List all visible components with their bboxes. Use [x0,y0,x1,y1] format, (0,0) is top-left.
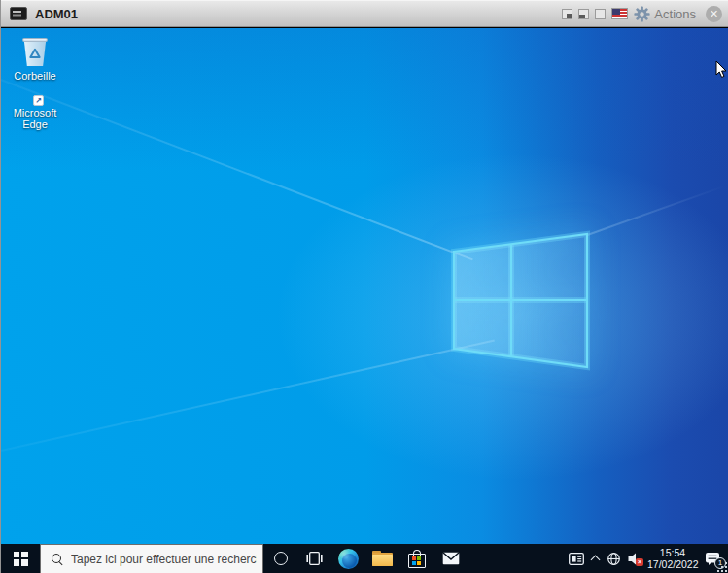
chevron-up-icon [591,555,600,563]
globe-network-icon [607,552,621,566]
actions-button[interactable]: Actions [634,6,696,22]
file-explorer-button[interactable] [365,544,399,573]
cortana-button[interactable] [263,544,297,573]
taskbar-buttons [263,544,468,573]
desktop-icon-label: Microsoft Edge [4,107,66,130]
light-beam [1,79,473,260]
edge-icon [338,549,359,569]
mouse-cursor [715,60,728,79]
microsoft-store-button[interactable] [399,544,433,573]
taskbar-search[interactable] [40,544,263,573]
desktop[interactable]: Corbeille ↗ Microsoft Edge [1,28,728,544]
scale-fit-window-icon[interactable] [578,9,589,19]
window-title: ADM01 [35,7,78,21]
vm-console-window: ADM01 Actions ✕ [0,0,728,573]
windows-logo-icon [14,552,28,566]
folder-icon [372,551,393,566]
cortana-icon [274,552,288,565]
hidden-icons-button[interactable] [591,555,600,563]
network-button[interactable] [607,552,621,566]
shortcut-arrow-badge: ↗ [33,95,44,106]
volume-button[interactable]: × [628,553,641,565]
scale-actual-size-icon[interactable] [562,9,572,19]
edge-taskbar-button[interactable] [331,544,365,573]
close-button[interactable]: ✕ [706,6,722,22]
start-button[interactable] [1,544,40,573]
desktop-icon-recycle-bin[interactable]: Corbeille [4,36,66,82]
news-icon [569,553,584,565]
actions-label: Actions [654,7,696,21]
light-beam [1,340,495,452]
titlebar-controls: Actions ✕ [562,6,722,22]
taskbar: × 15:54 17/02/2022 1 [1,544,728,573]
gear-icon [634,6,650,22]
close-icon: ✕ [710,9,718,19]
system-tray: × 15:54 17/02/2022 1 [569,544,728,573]
desktop-icon-label: Corbeille [14,70,55,82]
mail-icon [442,552,460,565]
titlebar[interactable]: ADM01 Actions ✕ [1,0,728,27]
recycle-bin-icon [20,36,50,67]
desktop-icon-microsoft-edge[interactable]: ↗ Microsoft Edge [4,104,66,130]
news-tray-button[interactable] [569,553,584,565]
window-resize-grip[interactable] [716,561,727,572]
clock-time: 15:54 [647,547,698,558]
tray-clock[interactable]: 15:54 17/02/2022 [647,547,698,570]
store-icon [408,550,426,568]
keyboard-layout-flag-icon[interactable] [611,8,628,19]
console-icon [10,7,27,20]
task-view-button[interactable] [297,544,331,573]
task-view-icon [306,552,323,565]
light-beam [587,185,725,236]
mail-button[interactable] [433,544,468,573]
muted-badge: × [636,558,643,566]
search-icon [51,553,63,565]
windows-logo-wallpaper [449,229,592,372]
scale-full-icon[interactable] [595,9,606,19]
clock-date: 17/02/2022 [647,558,698,570]
search-input[interactable] [71,553,257,566]
